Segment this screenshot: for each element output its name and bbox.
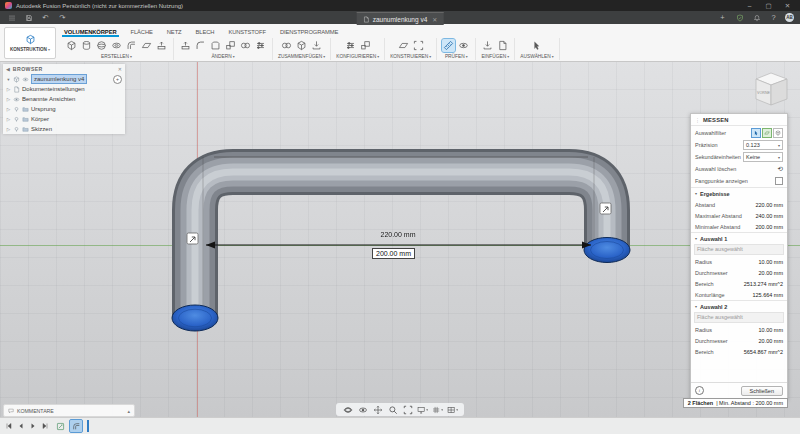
save-icon[interactable]: [23, 12, 34, 23]
timeline-sketch-feature-icon[interactable]: [54, 420, 66, 432]
close-button[interactable]: ✕: [780, 0, 795, 11]
section-auswahl-2[interactable]: Auswahl 2: [691, 300, 787, 312]
browser-item-dokumenteinstellungen[interactable]: ▷ Dokumenteinstellungen: [3, 84, 125, 94]
scale-icon[interactable]: [224, 39, 237, 52]
workspace-selector[interactable]: KONSTRUKTION: [4, 27, 56, 59]
torus-tool-icon[interactable]: [110, 39, 123, 52]
display-settings-icon[interactable]: [417, 404, 428, 415]
plane-tool-icon[interactable]: [140, 39, 153, 52]
section-analysis-icon[interactable]: [457, 39, 470, 52]
combine-icon[interactable]: [239, 39, 252, 52]
bulb-visibility-icon[interactable]: [13, 116, 20, 123]
measure-tool-icon[interactable]: [442, 39, 455, 52]
timeline-step-back-icon[interactable]: [16, 421, 26, 431]
bulb-visibility-icon[interactable]: [13, 106, 20, 113]
group-label-auswaehlen[interactable]: AUSWÄHLEN: [520, 54, 553, 59]
align-icon[interactable]: [310, 39, 323, 52]
group-label-aendern[interactable]: ÄNDERN: [211, 54, 234, 59]
data-panel-icon[interactable]: [6, 12, 17, 23]
press-pull-icon[interactable]: [179, 39, 192, 52]
timeline-go-to-start-icon[interactable]: [4, 421, 14, 431]
browser-item-benannte-ansichten[interactable]: ▷ Benannte Ansichten: [3, 94, 125, 104]
browser-item-koerper[interactable]: ▷ Körper: [3, 114, 125, 124]
tab-kunststoff[interactable]: KUNSTSTOFF: [226, 28, 268, 37]
info-icon[interactable]: i: [695, 386, 704, 395]
tab-volumenkoerper[interactable]: VOLUMENKÖRPER: [62, 28, 119, 37]
add-document-icon[interactable]: +: [717, 12, 728, 23]
filter-edge-icon[interactable]: [773, 128, 783, 138]
group-label-konfigurieren[interactable]: KONFIGURIEREN: [336, 54, 379, 59]
group-label-erstellen[interactable]: ERSTELLEN: [101, 54, 132, 59]
select-tool-icon[interactable]: [530, 39, 543, 52]
tab-blech[interactable]: BLECH: [194, 28, 217, 37]
fit-icon[interactable]: [402, 404, 413, 415]
undo-icon[interactable]: ↶: [40, 12, 51, 23]
tab-close-icon[interactable]: ✕: [432, 16, 437, 23]
job-status-shield-icon[interactable]: [734, 12, 745, 23]
user-avatar[interactable]: AB: [785, 13, 794, 22]
document-tab[interactable]: zaunumlenkung v4 ✕: [357, 12, 444, 25]
group-label-einfuegen[interactable]: EINFÜGEN: [481, 54, 509, 59]
precision-select[interactable]: 0.123: [743, 140, 783, 150]
new-component-icon[interactable]: [295, 39, 308, 52]
browser-item-skizzen[interactable]: ▷ Skizzen: [3, 124, 125, 134]
section-ergebnisse[interactable]: Ergebnisse: [691, 187, 787, 199]
orbit-icon[interactable]: [342, 404, 353, 415]
expand-icon[interactable]: ▷: [6, 127, 11, 132]
measure-dialog-header[interactable]: ⋮ MESSEN: [691, 114, 787, 126]
joint-icon[interactable]: [280, 39, 293, 52]
redo-icon[interactable]: ↷: [57, 12, 68, 23]
pan-icon[interactable]: [372, 404, 383, 415]
zoom-icon[interactable]: [387, 404, 398, 415]
group-label-konstruieren[interactable]: KONSTRUIEREN: [390, 54, 431, 59]
snap-points-checkbox[interactable]: [775, 177, 783, 185]
visibility-eye-icon[interactable]: [22, 76, 29, 83]
group-label-pruefen[interactable]: PRÜFEN: [445, 54, 468, 59]
timeline-play-icon[interactable]: [28, 421, 38, 431]
filter-body-icon[interactable]: [751, 128, 761, 138]
browser-item-ursprung[interactable]: ▷ Ursprung: [3, 104, 125, 114]
secondary-units-select[interactable]: Keine: [743, 152, 783, 162]
viewcube[interactable]: VORNE: [748, 66, 794, 112]
tab-flaeche[interactable]: FLÄCHE: [129, 28, 155, 37]
tab-dienstprogramme[interactable]: DIENSTPROGRAMME: [278, 28, 340, 37]
viewport-canvas[interactable]: 220.00 mm 200.00 mm ◀ BROWSER ✕ ▾ zaunum…: [0, 61, 800, 418]
pipe-tool-icon[interactable]: [125, 39, 138, 52]
bulb-visibility-icon[interactable]: [13, 126, 20, 133]
expand-icon[interactable]: ▷: [6, 117, 11, 122]
root-expand-icon[interactable]: ▾: [6, 77, 11, 82]
expand-comments-icon[interactable]: [127, 408, 130, 414]
shell-icon[interactable]: [209, 39, 222, 52]
sphere-tool-icon[interactable]: [95, 39, 108, 52]
expand-icon[interactable]: ▷: [6, 87, 11, 92]
maximize-button[interactable]: ▢: [761, 0, 776, 11]
configure-icon[interactable]: [344, 39, 357, 52]
clear-selection-icon[interactable]: ⟲: [778, 165, 783, 173]
box-tool-icon[interactable]: [65, 39, 78, 52]
minimize-button[interactable]: –: [742, 0, 757, 11]
fillet-icon[interactable]: [194, 39, 207, 52]
grid-snap-icon[interactable]: [432, 404, 443, 415]
timeline-position-marker[interactable]: [87, 420, 89, 432]
show-document-settings-icon[interactable]: +: [113, 75, 122, 84]
comments-bar[interactable]: KOMMENTARE: [3, 404, 135, 417]
tab-netz[interactable]: NETZ: [165, 28, 184, 37]
look-at-icon[interactable]: [357, 404, 368, 415]
drag-handle-icon[interactable]: ⋮: [695, 117, 700, 123]
browser-root-row[interactable]: ▾ zaunumlenkung v4 +: [3, 74, 125, 84]
viewports-icon[interactable]: [447, 404, 458, 415]
help-icon[interactable]: ?: [768, 12, 779, 23]
filter-face-icon[interactable]: [762, 128, 772, 138]
insert-svg-icon[interactable]: [496, 39, 509, 52]
cylinder-tool-icon[interactable]: [80, 39, 93, 52]
expand-icon[interactable]: ▷: [6, 97, 11, 102]
collapse-browser-icon[interactable]: ◀: [6, 66, 10, 72]
close-dialog-button[interactable]: Schließen: [741, 386, 783, 396]
browser-close-icon[interactable]: ✕: [118, 66, 122, 72]
insert-mcmaster-icon[interactable]: [481, 39, 494, 52]
timeline-go-to-end-icon[interactable]: [40, 421, 50, 431]
browser-root-label[interactable]: zaunumlenkung v4: [31, 74, 87, 84]
config-table-icon[interactable]: [359, 39, 372, 52]
parameters-icon[interactable]: [254, 39, 267, 52]
section-auswahl-1[interactable]: Auswahl 1: [691, 232, 787, 244]
